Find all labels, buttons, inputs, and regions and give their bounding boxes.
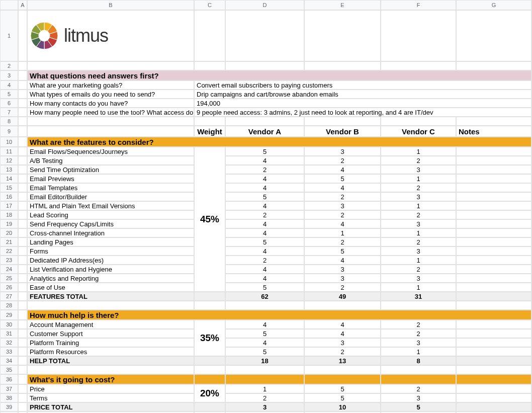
feature-notes-19[interactable] bbox=[456, 219, 531, 228]
question-answer-4[interactable]: Convert email subscribers to paying cust… bbox=[194, 80, 531, 90]
row-header-2[interactable]: 2 bbox=[0, 61, 18, 70]
row-header-26[interactable]: 26 bbox=[0, 283, 18, 292]
cell-C8[interactable] bbox=[194, 117, 225, 126]
cell-E2[interactable] bbox=[304, 61, 381, 70]
row-header-14[interactable]: 14 bbox=[0, 174, 18, 183]
cell-B8[interactable] bbox=[27, 117, 194, 126]
row-header-32[interactable]: 32 bbox=[0, 338, 18, 347]
section-header-10[interactable]: What are the features to consider? bbox=[27, 137, 531, 147]
row-header-16[interactable]: 16 bbox=[0, 192, 18, 201]
cell-G8[interactable] bbox=[456, 117, 531, 126]
feature-vendora-25[interactable]: 4 bbox=[225, 274, 304, 283]
row-header-6[interactable]: 6 bbox=[0, 99, 18, 108]
total-b-34[interactable]: 13 bbox=[304, 356, 381, 365]
cell-A37[interactable] bbox=[18, 384, 27, 393]
row-header-4[interactable]: 4 bbox=[0, 80, 18, 90]
feature-label-24[interactable]: List Verification and Hygiene bbox=[27, 265, 194, 274]
cell-E28[interactable] bbox=[304, 301, 381, 310]
cell-A26[interactable] bbox=[18, 283, 27, 292]
col-header-F[interactable]: F bbox=[381, 0, 456, 10]
cell-A29[interactable] bbox=[18, 310, 27, 320]
row-header-39[interactable]: 39 bbox=[0, 402, 18, 411]
cell-C36[interactable] bbox=[194, 374, 225, 384]
feature-vendora-22[interactable]: 4 bbox=[225, 246, 304, 256]
cell-C28[interactable] bbox=[194, 301, 225, 310]
cell-E35[interactable] bbox=[304, 365, 381, 374]
cost-notes-37[interactable] bbox=[456, 384, 531, 393]
feature-vendorc-24[interactable]: 2 bbox=[381, 265, 456, 274]
cell-F35[interactable] bbox=[381, 365, 456, 374]
feature-label-23[interactable]: Dedicated IP Address(es) bbox=[27, 256, 194, 265]
cell-A35[interactable] bbox=[18, 365, 27, 374]
cell-E36[interactable] bbox=[304, 374, 381, 384]
section-header-29[interactable]: How much help is there? bbox=[27, 310, 531, 320]
cell-A2[interactable] bbox=[18, 61, 27, 70]
feature-vendorc-26[interactable]: 1 bbox=[381, 283, 456, 292]
cell-A14[interactable] bbox=[18, 174, 27, 183]
feature-vendorb-19[interactable]: 4 bbox=[304, 219, 381, 228]
feature-vendorb-22[interactable]: 5 bbox=[304, 246, 381, 256]
cell-D1[interactable] bbox=[225, 10, 304, 61]
cell-A13[interactable] bbox=[18, 165, 27, 174]
feature-vendorc-14[interactable]: 1 bbox=[381, 174, 456, 183]
feature-vendorb-23[interactable]: 4 bbox=[304, 256, 381, 265]
total-b-39[interactable]: 10 bbox=[304, 402, 381, 411]
help-a-32[interactable]: 4 bbox=[225, 338, 304, 347]
cell-A12[interactable] bbox=[18, 156, 27, 165]
row-header-7[interactable]: 7 bbox=[0, 108, 18, 117]
row-header-9[interactable]: 9 bbox=[0, 126, 18, 137]
cell-A31[interactable] bbox=[18, 329, 27, 338]
cell-B28[interactable] bbox=[27, 301, 194, 310]
cell-G2[interactable] bbox=[456, 61, 531, 70]
cell-D2[interactable] bbox=[225, 61, 304, 70]
feature-vendora-11[interactable]: 5 bbox=[225, 147, 304, 156]
cost-a-37[interactable]: 1 bbox=[225, 384, 304, 393]
feature-notes-14[interactable] bbox=[456, 174, 531, 183]
help-notes-32[interactable] bbox=[456, 338, 531, 347]
feature-notes-18[interactable] bbox=[456, 210, 531, 219]
feature-vendora-26[interactable]: 5 bbox=[225, 283, 304, 292]
feature-notes-22[interactable] bbox=[456, 246, 531, 256]
total-b-27[interactable]: 49 bbox=[304, 292, 381, 301]
cell-A21[interactable] bbox=[18, 237, 27, 246]
feature-label-12[interactable]: A/B Testing bbox=[27, 156, 194, 165]
feature-label-19[interactable]: Send Frequency Caps/Limits bbox=[27, 219, 194, 228]
col-header-B[interactable]: B bbox=[27, 0, 194, 10]
total-label-34[interactable]: HELP TOTAL bbox=[27, 356, 194, 365]
cell-B2[interactable] bbox=[27, 61, 194, 70]
help-c-31[interactable]: 2 bbox=[381, 329, 456, 338]
total-a-34[interactable]: 18 bbox=[225, 356, 304, 365]
feature-notes-24[interactable] bbox=[456, 265, 531, 274]
feature-vendora-14[interactable]: 4 bbox=[225, 174, 304, 183]
help-a-33[interactable]: 5 bbox=[225, 347, 304, 356]
help-b-33[interactable]: 2 bbox=[304, 347, 381, 356]
feature-vendorc-19[interactable]: 3 bbox=[381, 219, 456, 228]
feature-vendorc-16[interactable]: 3 bbox=[381, 192, 456, 201]
cell-A20[interactable] bbox=[18, 228, 27, 237]
cost-c-38[interactable]: 3 bbox=[381, 393, 456, 402]
question-label-7[interactable]: How many people need to use the tool? Wh… bbox=[27, 108, 194, 117]
total-label-39[interactable]: PRICE TOTAL bbox=[27, 402, 194, 411]
section-header-3[interactable]: What questions need answers first? bbox=[27, 70, 531, 80]
cost-a-38[interactable]: 2 bbox=[225, 393, 304, 402]
col-header-D[interactable]: D bbox=[225, 0, 304, 10]
feature-label-25[interactable]: Analytics and Reporting bbox=[27, 274, 194, 283]
cost-c-37[interactable]: 2 bbox=[381, 384, 456, 393]
cell-B1[interactable]: litmus bbox=[27, 10, 194, 61]
feature-vendora-24[interactable]: 4 bbox=[225, 265, 304, 274]
row-header-5[interactable]: 5 bbox=[0, 90, 18, 99]
col-header-A[interactable]: A bbox=[18, 0, 27, 10]
row-header-27[interactable]: 27 bbox=[0, 292, 18, 301]
total-weight-39[interactable] bbox=[194, 402, 225, 411]
row-header-33[interactable]: 33 bbox=[0, 347, 18, 356]
help-c-32[interactable]: 3 bbox=[381, 338, 456, 347]
cell-E1[interactable] bbox=[304, 10, 381, 61]
feature-vendorb-21[interactable]: 2 bbox=[304, 237, 381, 246]
cell-E8[interactable] bbox=[304, 117, 381, 126]
cell-A23[interactable] bbox=[18, 256, 27, 265]
cell-A10[interactable] bbox=[18, 137, 27, 147]
row-header-3[interactable]: 3 bbox=[0, 70, 18, 80]
question-label-5[interactable]: What types of emails do you need to send… bbox=[27, 90, 194, 99]
cell-F8[interactable] bbox=[381, 117, 456, 126]
col-header-G[interactable]: G bbox=[456, 0, 531, 10]
